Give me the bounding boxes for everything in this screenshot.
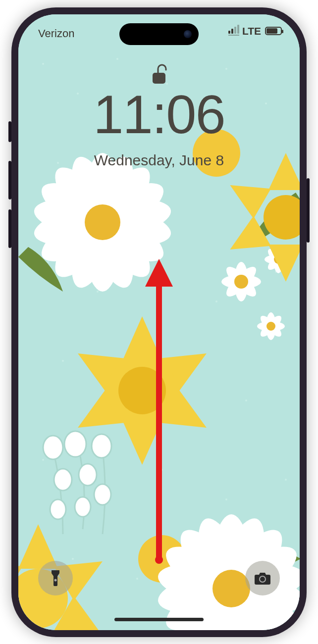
svg-point-23 <box>225 498 227 500</box>
lock-screen[interactable]: Verizon LTE 11:06 Wednesday, June 8 <box>18 14 300 630</box>
svg-point-79 <box>54 579 57 581</box>
svg-point-26 <box>136 578 138 580</box>
dynamic-island[interactable] <box>119 23 199 45</box>
volume-up-button[interactable] <box>8 161 11 199</box>
camera-button[interactable] <box>245 561 280 595</box>
svg-point-19 <box>245 399 247 401</box>
svg-point-39 <box>85 204 120 240</box>
svg-point-63 <box>79 464 97 486</box>
svg-point-44 <box>234 275 248 289</box>
signal-icon <box>228 27 239 36</box>
svg-point-61 <box>92 434 111 458</box>
svg-point-59 <box>43 436 63 459</box>
svg-point-76 <box>212 570 250 607</box>
svg-point-16 <box>62 360 64 362</box>
svg-point-62 <box>54 469 72 491</box>
camera-icon <box>254 571 271 585</box>
status-right: LTE <box>228 25 282 37</box>
svg-rect-78 <box>153 73 165 84</box>
svg-point-65 <box>75 497 91 517</box>
svg-point-11 <box>47 261 49 263</box>
svg-point-20 <box>42 459 44 461</box>
volume-down-button[interactable] <box>8 209 11 248</box>
svg-point-5 <box>225 68 227 70</box>
svg-point-24 <box>285 479 287 481</box>
flashlight-icon <box>49 569 62 587</box>
svg-point-60 <box>64 431 86 457</box>
svg-point-14 <box>215 300 217 302</box>
home-indicator[interactable] <box>114 618 204 621</box>
flashlight-button[interactable] <box>38 561 73 595</box>
svg-point-1 <box>42 63 44 65</box>
svg-point-12 <box>97 291 99 293</box>
date-display: Wednesday, June 8 <box>18 152 300 169</box>
svg-point-66 <box>94 484 111 505</box>
time-display: 11:06 <box>18 83 300 146</box>
silence-switch[interactable] <box>8 121 11 142</box>
iphone-frame: Verizon LTE 11:06 Wednesday, June 8 <box>11 7 307 637</box>
svg-point-54 <box>266 322 275 331</box>
svg-point-25 <box>72 558 74 560</box>
network-label: LTE <box>242 25 261 37</box>
carrier-label: Verizon <box>38 27 74 40</box>
battery-icon <box>265 27 282 35</box>
svg-point-64 <box>50 499 66 519</box>
svg-point-3 <box>116 58 118 60</box>
power-button[interactable] <box>307 178 310 243</box>
